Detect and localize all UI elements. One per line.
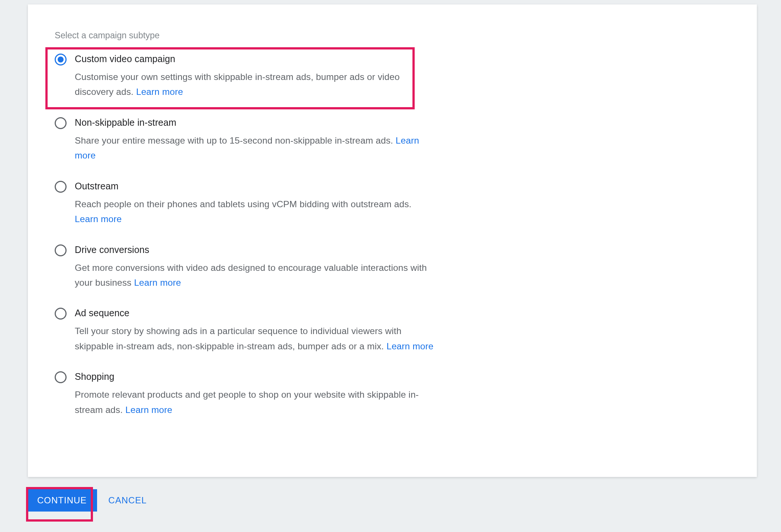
subtype-option-non-skippable[interactable]: Non-skippable in-stream Share your entir… [55, 115, 434, 163]
option-desc-text: Share your entire message with up to 15-… [75, 135, 396, 145]
option-title: Drive conversions [75, 244, 434, 255]
option-text: Ad sequence Tell your story by showing a… [75, 306, 434, 354]
learn-more-link[interactable]: Learn more [125, 405, 172, 415]
section-title: Select a campaign subtype [55, 31, 730, 41]
option-text: Custom video campaign Customise your own… [75, 52, 434, 100]
option-desc-text: Get more conversions with video ads desi… [75, 263, 427, 288]
option-title: Shopping [75, 371, 434, 382]
radio-drive-conversions[interactable] [55, 244, 67, 256]
radio-ad-sequence[interactable] [55, 308, 67, 320]
option-title: Ad sequence [75, 308, 434, 318]
radio-inner-icon [58, 57, 64, 63]
subtype-option-custom-video[interactable]: Custom video campaign Customise your own… [55, 52, 434, 100]
option-text: Non-skippable in-stream Share your entir… [75, 115, 434, 163]
option-description: Reach people on their phones and tablets… [75, 197, 434, 227]
radio-custom-video[interactable] [55, 54, 67, 65]
subtype-option-outstream[interactable]: Outstream Reach people on their phones a… [55, 179, 434, 227]
option-desc-text: Customise your own settings with skippab… [75, 72, 400, 97]
option-title: Custom video campaign [75, 54, 434, 64]
option-desc-text: Reach people on their phones and tablets… [75, 199, 411, 209]
option-title: Non-skippable in-stream [75, 117, 434, 128]
option-description: Get more conversions with video ads desi… [75, 260, 434, 291]
subtype-option-shopping[interactable]: Shopping Promote relevant products and g… [55, 369, 434, 417]
option-title: Outstream [75, 181, 434, 192]
learn-more-link[interactable]: Learn more [134, 278, 181, 288]
option-desc-text: Tell your story by showing ads in a part… [75, 326, 401, 351]
option-description: Share your entire message with up to 15-… [75, 133, 434, 163]
continue-button[interactable]: CONTINUE [27, 489, 97, 512]
campaign-subtype-card: Select a campaign subtype Custom video c… [28, 4, 757, 477]
button-row: CONTINUE CANCEL [27, 489, 147, 512]
learn-more-link[interactable]: Learn more [386, 341, 433, 351]
option-description: Tell your story by showing ads in a part… [75, 324, 434, 354]
option-description: Customise your own settings with skippab… [75, 70, 434, 100]
subtype-option-ad-sequence[interactable]: Ad sequence Tell your story by showing a… [55, 306, 434, 354]
learn-more-link[interactable]: Learn more [75, 214, 122, 224]
radio-non-skippable[interactable] [55, 117, 67, 129]
option-text: Shopping Promote relevant products and g… [75, 369, 434, 417]
option-text: Drive conversions Get more conversions w… [75, 243, 434, 291]
radio-outstream[interactable] [55, 181, 67, 193]
learn-more-link[interactable]: Learn more [136, 87, 183, 97]
subtype-option-drive-conversions[interactable]: Drive conversions Get more conversions w… [55, 243, 434, 291]
option-description: Promote relevant products and get people… [75, 387, 434, 417]
radio-shopping[interactable] [55, 371, 67, 383]
cancel-button[interactable]: CANCEL [108, 495, 147, 506]
option-text: Outstream Reach people on their phones a… [75, 179, 434, 227]
